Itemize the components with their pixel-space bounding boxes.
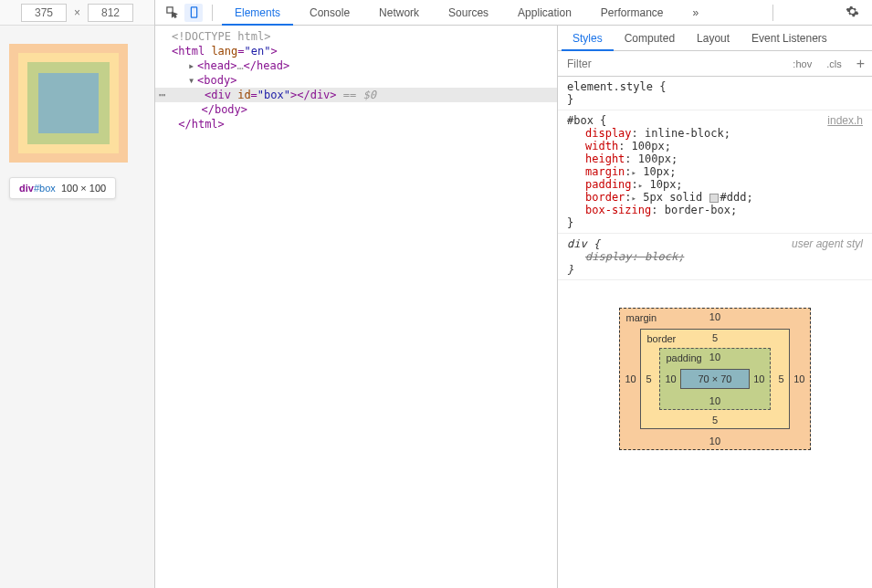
styles-filter-input[interactable] (558, 58, 785, 70)
tab-layout[interactable]: Layout (686, 26, 741, 51)
dom-node-html-close[interactable]: </html> (155, 117, 557, 131)
tab-sources[interactable]: Sources (436, 0, 501, 26)
tab-performance[interactable]: Performance (588, 0, 677, 26)
svg-rect-1 (191, 7, 196, 17)
styles-list: element.style { } #box {index.h display:… (558, 77, 872, 588)
tab-console[interactable]: Console (297, 0, 362, 26)
tabs-overflow-button[interactable]: » (680, 0, 712, 26)
dom-node-html[interactable]: <html lang="en"> (155, 44, 557, 58)
tab-elements[interactable]: Elements (222, 0, 293, 26)
dimension-separator: × (74, 6, 80, 19)
box-model-content: 70 × 70 (680, 369, 749, 389)
viewport-height-input[interactable] (88, 4, 133, 22)
main-tabs: Elements Console Network Sources Applica… (155, 0, 872, 26)
styles-tabs: Styles Computed Layout Event Listeners (558, 26, 872, 51)
dom-actions-icon[interactable]: ⋯ (155, 89, 163, 101)
tab-event-listeners[interactable]: Event Listeners (741, 26, 838, 51)
viewport-width-input[interactable] (21, 4, 67, 22)
dom-tree[interactable]: <!DOCTYPE html> <html lang="en"> ▸<head>… (155, 26, 557, 588)
inspect-element-icon[interactable] (163, 4, 181, 22)
rule-source-link[interactable]: index.h (827, 114, 863, 127)
dom-node-body[interactable]: ▾<body> (155, 73, 557, 88)
color-swatch-icon[interactable] (709, 194, 719, 203)
rule-box[interactable]: #box {index.h display: inline-block; wid… (558, 110, 872, 234)
device-preview-pane: × div#box 100 × 100 (0, 0, 155, 588)
tab-application[interactable]: Application (505, 0, 584, 26)
box-model-diagram[interactable]: margin 10101010 border 5555 padding 1010… (558, 280, 872, 487)
styles-filter-bar: :hov .cls + (558, 51, 872, 77)
device-toggle-icon[interactable] (184, 4, 203, 22)
hov-toggle[interactable]: :hov (785, 58, 819, 69)
page-preview: div#box 100 × 100 (0, 26, 154, 588)
element-tooltip: div#box 100 × 100 (9, 177, 116, 199)
gear-icon[interactable] (840, 5, 865, 21)
viewport-dimensions-bar: × (0, 0, 154, 26)
rule-element-style[interactable]: element.style { } (558, 77, 872, 110)
tab-network[interactable]: Network (366, 0, 432, 26)
dom-node-head[interactable]: ▸<head>…</head> (155, 58, 557, 73)
element-highlight-overlay (9, 44, 128, 163)
tab-computed[interactable]: Computed (614, 26, 686, 51)
dom-node-body-close[interactable]: </body> (155, 102, 557, 117)
rule-user-agent-div[interactable]: div {user agent styl display: block; } (558, 234, 872, 280)
cls-toggle[interactable]: .cls (819, 58, 849, 69)
dom-node-box-selected[interactable]: ⋯<div id="box"></div> == $0 (155, 88, 557, 102)
tab-styles[interactable]: Styles (562, 26, 614, 51)
dom-node-doctype[interactable]: <!DOCTYPE html> (155, 29, 557, 44)
new-style-rule-button[interactable]: + (849, 56, 872, 72)
